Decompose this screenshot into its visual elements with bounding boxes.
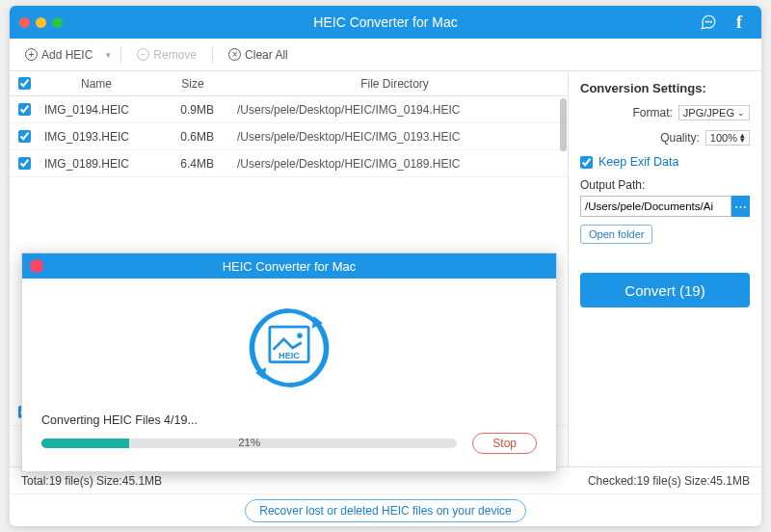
- minimize-window-button[interactable]: [36, 17, 46, 28]
- file-directory: /Users/pele/Desktop/HEIC/IMG_0189.HEIC: [231, 157, 558, 171]
- footer: Recover lost or deleted HEIC files on yo…: [10, 493, 761, 526]
- file-size: 0.9MB: [154, 103, 231, 117]
- plus-icon: +: [25, 48, 38, 61]
- format-value: JPG/JPEG: [683, 107, 734, 119]
- convert-button[interactable]: Convert (19): [580, 273, 750, 307]
- stop-button[interactable]: Stop: [472, 433, 537, 454]
- zoom-window-button[interactable]: [52, 17, 63, 28]
- status-checked: Checked:19 file(s) Size:45.1MB: [588, 474, 750, 488]
- open-folder-button[interactable]: Open folder: [580, 225, 652, 244]
- file-name: IMG_0194.HEIC: [39, 103, 154, 117]
- heic-logo-icon: HEIC: [236, 300, 342, 396]
- quality-stepper[interactable]: 100% ▴▾: [705, 130, 750, 146]
- window-controls: [10, 17, 63, 28]
- add-heic-label: Add HEIC: [41, 48, 93, 62]
- svg-point-6: [297, 332, 303, 338]
- file-name: IMG_0189.HEIC: [39, 157, 154, 171]
- progress-status-text: Converting HEIC Files 4/19...: [41, 413, 537, 427]
- col-name: Name: [39, 77, 154, 91]
- output-path-label: Output Path:: [580, 178, 750, 192]
- select-all-checkbox[interactable]: [18, 77, 31, 90]
- chevron-down-icon[interactable]: ▾: [106, 50, 111, 60]
- table-row[interactable]: IMG_0194.HEIC0.9MB/Users/pele/Desktop/HE…: [10, 96, 568, 123]
- scrollbar-thumb[interactable]: [560, 98, 567, 151]
- app-window: HEIC Converter for Mac f + Add HEIC ▾ − …: [10, 6, 761, 526]
- svg-point-0: [705, 21, 706, 22]
- file-size: 6.4MB: [154, 157, 231, 171]
- file-list-panel: Name Size File Directory IMG_0194.HEIC0.…: [10, 71, 569, 466]
- format-select[interactable]: JPG/JPEG ⌄: [678, 105, 750, 120]
- svg-point-2: [711, 21, 712, 22]
- table-header: Name Size File Directory: [10, 71, 568, 96]
- quality-value: 100%: [710, 132, 737, 144]
- close-window-button[interactable]: [19, 17, 30, 28]
- clear-all-button[interactable]: × Clear All: [223, 45, 294, 65]
- quality-label: Quality:: [660, 131, 700, 145]
- row-checkbox[interactable]: [18, 130, 31, 143]
- file-directory: /Users/pele/Desktop/HEIC/IMG_0194.HEIC: [231, 103, 558, 117]
- row-checkbox[interactable]: [18, 103, 31, 116]
- titlebar: HEIC Converter for Mac f: [10, 6, 761, 39]
- dialog-title: HEIC Converter for Mac: [223, 259, 357, 274]
- dialog-titlebar: HEIC Converter for Mac: [22, 253, 556, 279]
- separator: [120, 46, 121, 64]
- row-checkbox[interactable]: [18, 157, 31, 170]
- toolbar: + Add HEIC ▾ − Remove × Clear All: [10, 39, 761, 71]
- table-row[interactable]: IMG_0189.HEIC6.4MB/Users/pele/Desktop/HE…: [10, 150, 568, 177]
- add-heic-button[interactable]: + Add HEIC: [19, 45, 98, 65]
- chevron-down-icon: ⌄: [737, 108, 745, 118]
- heic-text: HEIC: [279, 351, 300, 360]
- facebook-icon[interactable]: f: [731, 13, 748, 31]
- minus-icon: −: [137, 48, 149, 61]
- output-path-field[interactable]: [580, 196, 731, 217]
- window-title: HEIC Converter for Mac: [10, 14, 761, 30]
- file-directory: /Users/pele/Desktop/HEIC/IMG_0193.HEIC: [231, 130, 558, 144]
- progress-bar: 21%: [41, 439, 457, 448]
- recover-link[interactable]: Recover lost or deleted HEIC files on yo…: [245, 499, 525, 522]
- settings-panel: Conversion Settings: Format: JPG/JPEG ⌄ …: [569, 71, 761, 466]
- browse-path-button[interactable]: ⋯: [731, 196, 750, 217]
- keep-exif-checkbox[interactable]: [580, 156, 593, 169]
- file-size: 0.6MB: [154, 130, 231, 144]
- feedback-icon[interactable]: [700, 13, 717, 31]
- remove-button: − Remove: [131, 45, 202, 65]
- format-label: Format:: [632, 106, 672, 120]
- settings-heading: Conversion Settings:: [580, 81, 750, 95]
- col-size: Size: [154, 77, 231, 91]
- x-icon: ×: [228, 48, 241, 61]
- table-row[interactable]: IMG_0193.HEIC0.6MB/Users/pele/Desktop/HE…: [10, 123, 568, 150]
- file-name: IMG_0193.HEIC: [39, 130, 154, 144]
- progress-percent: 21%: [238, 439, 260, 448]
- dialog-close-button[interactable]: [30, 259, 43, 273]
- progress-dialog: HEIC Converter for Mac HEIC: [21, 253, 557, 472]
- svg-point-1: [708, 21, 709, 22]
- stepper-icon: ▴▾: [740, 133, 745, 144]
- separator: [212, 46, 213, 64]
- remove-label: Remove: [153, 48, 197, 62]
- keep-exif-label: Keep Exif Data: [598, 155, 678, 169]
- status-total: Total:19 file(s) Size:45.1MB: [21, 474, 162, 488]
- col-directory: File Directory: [231, 77, 558, 91]
- clear-all-label: Clear All: [245, 48, 288, 62]
